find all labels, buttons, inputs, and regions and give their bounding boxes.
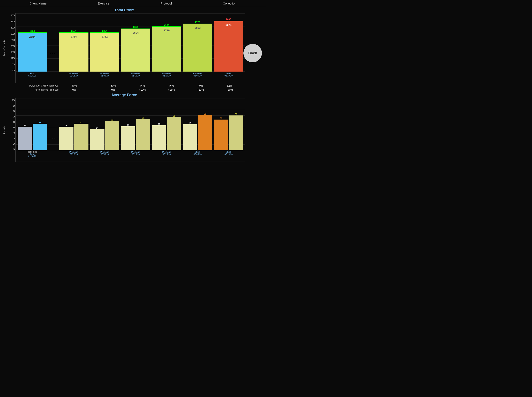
perf-prev1: 0% bbox=[100, 88, 127, 91]
avg-bar-first: 46 52 bbox=[18, 121, 47, 150]
af-y-tick-40: 40 bbox=[7, 132, 15, 134]
y-tick-1600: 1600 bbox=[7, 51, 15, 53]
bar-prev-3: 2354 2594 bbox=[121, 26, 150, 72]
nav-item-client-name[interactable]: Client Name bbox=[30, 2, 47, 5]
avg-label-prev2: Previous 03/06/20 bbox=[90, 150, 120, 155]
af-y-tick-70: 70 bbox=[7, 116, 15, 118]
avg-label-prev4: Previous 03/25/20 bbox=[152, 150, 181, 155]
y-tick-800: 800 bbox=[7, 63, 15, 66]
bar-label-prev1: Previous 02/18/20 bbox=[59, 72, 89, 77]
top-nav: Client Name Exercise Protocol Collection bbox=[0, 0, 266, 7]
cmtv-prev3: 46% bbox=[158, 84, 185, 87]
bar-prev-4: 2594 2729 bbox=[152, 24, 181, 72]
y-tick-4000: 4000 bbox=[7, 14, 15, 17]
avg-bar-best2: 60 68 bbox=[214, 113, 243, 150]
cmtv-best: 52% bbox=[216, 84, 243, 87]
dots-separator-2: ··· bbox=[49, 136, 57, 150]
avg-label-best2: BEST 06/29/20 bbox=[214, 150, 243, 155]
y-tick-3200: 3200 bbox=[7, 27, 15, 29]
avg-label-prev1: Previous 02/18/20 bbox=[59, 150, 89, 155]
af-y-tick-60: 60 bbox=[7, 121, 15, 123]
avg-bar-best1: 51 69 bbox=[183, 112, 212, 150]
avg-bar-prev3: 47 61 bbox=[121, 117, 150, 150]
bar-prev-1: 3554 2354 bbox=[59, 30, 89, 72]
bar-label-prev4: Previous 03/25/20 bbox=[152, 72, 181, 77]
af-y-tick-100: 100 bbox=[7, 99, 15, 101]
perf-best: +30% bbox=[216, 88, 243, 91]
bar-first: 3554 2354 bbox=[18, 30, 47, 72]
af-y-tick-10: 10 bbox=[7, 148, 15, 150]
avg-bar-prev2: 41 57 bbox=[90, 119, 120, 150]
avg-label-first: CONECC First 02/18/20 bbox=[18, 150, 47, 157]
bar-label-best: BEST 06/29/20 bbox=[214, 72, 243, 77]
avg-bar-prev4: 49 65 bbox=[152, 115, 181, 150]
y-tick-400: 400 bbox=[7, 69, 15, 72]
nav-item-protocol[interactable]: Protocol bbox=[160, 2, 172, 5]
bar-prev-2: 2354 2352 bbox=[90, 30, 120, 72]
avg-force-title: Average Force bbox=[3, 93, 245, 97]
cmtv-first: 40% bbox=[61, 84, 88, 87]
dots-separator-1: ··· bbox=[49, 51, 57, 72]
y-tick-3600: 3600 bbox=[7, 20, 15, 23]
avg-label-best1: BEST 06/05/20 bbox=[183, 150, 212, 155]
y-tick-2800: 2800 bbox=[7, 33, 15, 35]
bar-label-first: First 02/18/20 bbox=[18, 72, 47, 77]
perf-prev4: +23% bbox=[187, 88, 214, 91]
nav-item-collection[interactable]: Collection bbox=[223, 2, 236, 5]
avg-label-prev3: Previous 03/16/20 bbox=[121, 150, 150, 155]
nav-item-exercise[interactable]: Exercise bbox=[98, 2, 110, 5]
total-effort-y-axis-label: Pound-Seconds bbox=[3, 13, 7, 83]
af-y-tick-90: 90 bbox=[7, 105, 15, 107]
bar-best: 2893 3071 bbox=[214, 18, 243, 72]
avg-bar-prev1: 46 52 bbox=[59, 121, 89, 150]
bar-label-prev5: Previous 06/05/20 bbox=[183, 72, 212, 77]
avg-force-y-axis-label: Pounds bbox=[3, 98, 7, 162]
perf-first: 0% bbox=[61, 88, 88, 91]
back-button[interactable]: Back bbox=[243, 44, 262, 62]
y-tick-1200: 1200 bbox=[7, 57, 15, 59]
y-tick-2400: 2400 bbox=[7, 39, 15, 41]
perf-label: Performance Progress bbox=[15, 88, 61, 91]
cmtv-prev4: 49% bbox=[187, 84, 214, 87]
af-y-tick-20: 20 bbox=[7, 143, 15, 145]
y-tick-2000: 2000 bbox=[7, 45, 15, 47]
af-y-tick-30: 30 bbox=[7, 137, 15, 140]
cmtv-prev1: 40% bbox=[100, 84, 127, 87]
bar-label-prev3: Previous 03/16/20 bbox=[121, 72, 150, 77]
perf-prev2: +10% bbox=[128, 88, 156, 91]
af-y-tick-80: 80 bbox=[7, 110, 15, 112]
bar-prev-5: 2729 2893 bbox=[183, 21, 212, 72]
total-effort-title: Total Effort bbox=[3, 8, 245, 12]
bar-label-prev2: Previous 03/06/20 bbox=[90, 72, 120, 77]
perf-prev3: +16% bbox=[158, 88, 185, 91]
af-y-tick-50: 50 bbox=[7, 126, 15, 129]
cmtv-prev2: 44% bbox=[128, 84, 156, 87]
cmtv-label: Percent of CMTV achieved bbox=[15, 84, 61, 87]
